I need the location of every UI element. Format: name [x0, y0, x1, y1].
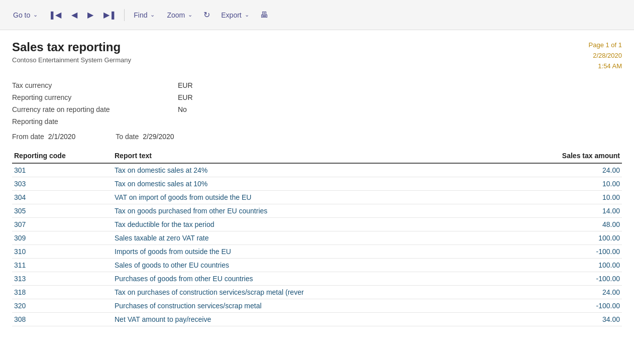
- report-date: 2/28/2020: [589, 51, 622, 61]
- to-date-item: To date 2/29/2020: [116, 133, 214, 141]
- row-code: 305: [12, 204, 113, 218]
- refresh-icon: ↻: [203, 10, 210, 20]
- row-amount: 100.00: [532, 259, 622, 272]
- goto-label: Go to: [13, 11, 30, 19]
- reporting-currency-label: Reporting currency: [12, 91, 178, 103]
- zoom-label: Zoom: [167, 11, 185, 19]
- reporting-date-label: Reporting date: [12, 115, 178, 128]
- reporting-currency-row: Reporting currency EUR: [12, 91, 622, 103]
- row-text: Tax on goods purchased from other EU cou…: [113, 204, 532, 218]
- row-code: 318: [12, 286, 113, 299]
- col-header-amount: Sales tax amount: [532, 149, 622, 163]
- tax-currency-value: EUR: [178, 79, 622, 91]
- report-area: Sales tax reporting Contoso Entertainmen…: [0, 30, 634, 364]
- row-text: Net VAT amount to pay/receive: [113, 313, 532, 326]
- report-company: Contoso Entertainment System Germany: [12, 56, 131, 64]
- col-header-code: Reporting code: [12, 149, 113, 163]
- currency-rate-row: Currency rate on reporting date No: [12, 103, 622, 115]
- row-amount: 34.00: [532, 313, 622, 326]
- currency-rate-label: Currency rate on reporting date: [12, 103, 178, 115]
- find-chevron-icon: ⌄: [150, 12, 155, 18]
- row-text: Tax on domestic sales at 24%: [113, 163, 532, 177]
- row-text: Tax on purchases of construction service…: [113, 286, 532, 299]
- row-code: 309: [12, 231, 113, 245]
- report-title: Sales tax reporting: [12, 40, 131, 54]
- row-code: 303: [12, 177, 113, 191]
- row-code: 311: [12, 259, 113, 272]
- to-date-label: To date: [116, 133, 139, 141]
- row-text: VAT on import of goods from outside the …: [113, 191, 532, 204]
- dates-row: From date 2/1/2020 To date 2/29/2020: [12, 133, 622, 141]
- row-code: 308: [12, 313, 113, 326]
- row-code: 304: [12, 191, 113, 204]
- row-text: Imports of goods from outside the EU: [113, 245, 532, 259]
- page-info: Page 1 of 1 2/28/2020 1:54 AM: [589, 40, 622, 71]
- toolbar: Go to ⌄ ❚◀ ◀ ▶ ▶❚ Find ⌄ Zoom ⌄ ↻ Export…: [0, 0, 634, 30]
- export-button[interactable]: Export ⌄: [216, 8, 254, 22]
- export-chevron-icon: ⌄: [245, 12, 249, 18]
- row-text: Tax deductible for the tax period: [113, 218, 532, 231]
- report-header: Sales tax reporting Contoso Entertainmen…: [12, 40, 622, 71]
- reporting-currency-value: EUR: [178, 91, 622, 103]
- table-row[interactable]: 311Sales of goods to other EU countries1…: [12, 259, 622, 272]
- zoom-button[interactable]: Zoom ⌄: [162, 8, 197, 22]
- table-row[interactable]: 308Net VAT amount to pay/receive34.00: [12, 313, 622, 326]
- meta-table: Tax currency EUR Reporting currency EUR …: [12, 79, 622, 128]
- print-icon: 🖶: [260, 11, 268, 20]
- refresh-button[interactable]: ↻: [199, 7, 214, 23]
- separator-1: [124, 9, 125, 21]
- table-row[interactable]: 318Tax on purchases of construction serv…: [12, 286, 622, 299]
- row-amount: 24.00: [532, 286, 622, 299]
- table-row[interactable]: 303Tax on domestic sales at 10%10.00: [12, 177, 622, 191]
- data-table: Reporting code Report text Sales tax amo…: [12, 149, 622, 326]
- reporting-date-value: [178, 115, 622, 128]
- prev-page-button[interactable]: ◀: [67, 7, 81, 23]
- find-button[interactable]: Find ⌄: [129, 8, 160, 22]
- table-header: Reporting code Report text Sales tax amo…: [12, 149, 622, 163]
- tax-currency-row: Tax currency EUR: [12, 79, 622, 91]
- row-text: Sales of goods to other EU countries: [113, 259, 532, 272]
- table-row[interactable]: 313Purchases of goods from other EU coun…: [12, 272, 622, 286]
- to-date-value: 2/29/2020: [143, 133, 174, 141]
- last-page-icon: ▶❚: [103, 10, 116, 20]
- row-amount: -100.00: [532, 272, 622, 286]
- next-page-button[interactable]: ▶: [83, 7, 97, 23]
- row-code: 301: [12, 163, 113, 177]
- row-amount: -100.00: [532, 245, 622, 259]
- zoom-chevron-icon: ⌄: [188, 12, 192, 18]
- row-amount: 48.00: [532, 218, 622, 231]
- row-text: Purchases of goods from other EU countri…: [113, 272, 532, 286]
- table-header-row: Reporting code Report text Sales tax amo…: [12, 149, 622, 163]
- table-row[interactable]: 310Imports of goods from outside the EU-…: [12, 245, 622, 259]
- row-text: Sales taxable at zero VAT rate: [113, 231, 532, 245]
- goto-chevron-icon: ⌄: [33, 12, 38, 18]
- table-row[interactable]: 309Sales taxable at zero VAT rate100.00: [12, 231, 622, 245]
- page-number: Page 1 of 1: [589, 40, 622, 51]
- row-code: 320: [12, 299, 113, 313]
- first-page-button[interactable]: ❚◀: [45, 7, 65, 23]
- print-button[interactable]: 🖶: [256, 8, 272, 23]
- find-label: Find: [134, 11, 147, 19]
- row-amount: 24.00: [532, 163, 622, 177]
- table-row[interactable]: 301Tax on domestic sales at 24%24.00: [12, 163, 622, 177]
- goto-button[interactable]: Go to ⌄: [8, 8, 43, 22]
- first-page-icon: ❚◀: [49, 10, 61, 20]
- tax-currency-label: Tax currency: [12, 79, 178, 91]
- currency-rate-value: No: [178, 103, 622, 115]
- table-row[interactable]: 320Purchases of construction services/sc…: [12, 299, 622, 313]
- table-row[interactable]: 307Tax deductible for the tax period48.0…: [12, 218, 622, 231]
- row-code: 307: [12, 218, 113, 231]
- row-code: 313: [12, 272, 113, 286]
- from-date-value: 2/1/2020: [48, 133, 76, 141]
- prev-page-icon: ◀: [71, 10, 77, 20]
- row-text: Tax on domestic sales at 10%: [113, 177, 532, 191]
- report-title-section: Sales tax reporting Contoso Entertainmen…: [12, 40, 131, 64]
- last-page-button[interactable]: ▶❚: [99, 7, 120, 23]
- reporting-date-row: Reporting date: [12, 115, 622, 128]
- from-date-item: From date 2/1/2020: [12, 133, 116, 141]
- row-amount: 10.00: [532, 177, 622, 191]
- table-row[interactable]: 304VAT on import of goods from outside t…: [12, 191, 622, 204]
- next-page-icon: ▶: [87, 10, 93, 20]
- table-row[interactable]: 305Tax on goods purchased from other EU …: [12, 204, 622, 218]
- row-amount: 100.00: [532, 231, 622, 245]
